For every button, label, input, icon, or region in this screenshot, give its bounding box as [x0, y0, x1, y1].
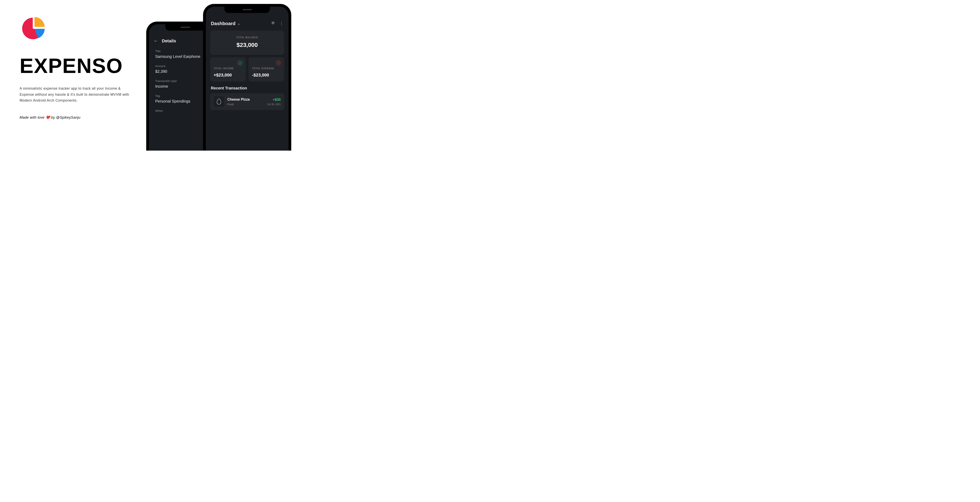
balance-value: $23,000 [214, 41, 280, 48]
transaction-amount: +$30 [267, 98, 281, 102]
phone-dashboard: Dashboard ⌄ ⋮ TOTAL BALANCE $23,000 ↓ TO… [203, 4, 291, 151]
transaction-name: Cheese Pizza [228, 97, 264, 102]
income-label: TOTAL INCOME [214, 67, 242, 70]
expense-value: -$23,000 [252, 73, 281, 78]
recent-transaction-title: Recent Transaction [206, 81, 288, 93]
app-title: EXPENSO [20, 54, 131, 78]
transaction-date: Oct 30, 2021 [267, 103, 281, 106]
credit-line: Made with love ❤️ by @SpikeySanju [20, 115, 131, 120]
details-title: Details [162, 38, 176, 43]
chevron-down-icon[interactable]: ⌄ [237, 21, 240, 25]
balance-card: TOTAL BALANCE $23,000 [210, 30, 284, 55]
income-card[interactable]: ↓ TOTAL INCOME +$23,000 [210, 57, 246, 81]
svg-line-4 [274, 22, 274, 22]
heart-icon: ❤️ [46, 115, 50, 120]
transaction-category: Food [228, 103, 264, 106]
tagline: A minimalistic expense tracker app to tr… [20, 86, 131, 104]
balance-label: TOTAL BALANCE [214, 36, 280, 39]
phone-notch [224, 7, 270, 13]
income-value: +$23,000 [214, 73, 242, 78]
arrow-up-icon: ↑ [275, 60, 282, 66]
back-arrow-icon[interactable]: ← [154, 38, 158, 43]
app-logo [20, 15, 47, 42]
expense-label: TOTAL EXPENSE [252, 67, 281, 70]
phone-notch [165, 24, 205, 30]
svg-point-0 [272, 22, 274, 24]
more-vertical-icon[interactable]: ⋮ [280, 21, 283, 26]
transaction-row[interactable]: Cheese Pizza Food +$30 Oct 30, 2021 [210, 93, 284, 110]
dashboard-title[interactable]: Dashboard [211, 21, 235, 26]
egg-icon [214, 96, 224, 107]
lightbulb-icon[interactable] [271, 21, 275, 26]
expense-card[interactable]: ↑ TOTAL EXPENSE -$23,000 [248, 57, 284, 81]
arrow-down-icon: ↓ [237, 60, 243, 66]
